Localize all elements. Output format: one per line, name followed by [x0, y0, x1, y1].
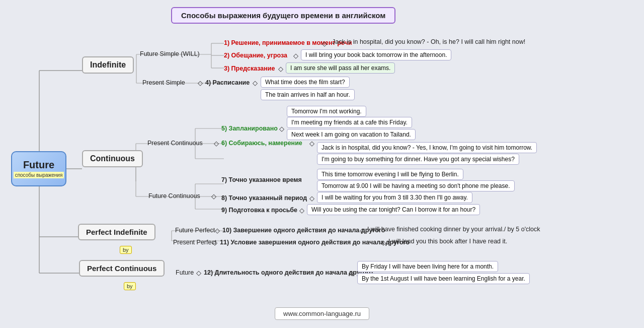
cat-perfect-indefinite: Perfect Indefinite	[78, 224, 155, 240]
point-7-label: 7) Точно указанное время	[221, 176, 302, 183]
example-8: I will be waiting for you from 3 till 3.…	[317, 192, 472, 203]
example-2: I will bring your book back tomorrow in …	[301, 49, 451, 60]
point-5-label: 5) Запланировано	[221, 125, 278, 132]
grammar-future-pc: Future	[176, 269, 194, 276]
website-url: www.common-language.ru	[275, 307, 369, 320]
example-6b: I'm going to buy something for dinner. H…	[317, 154, 519, 165]
point-6-label: 6) Собираюсь, намерение	[221, 140, 302, 147]
point-4-label: 4) Расписание	[205, 79, 250, 86]
example-7a: This time tomorrow evening I will be fly…	[317, 169, 463, 180]
grammar-future-perfect: Future Perfect	[175, 227, 215, 234]
example-3: I am sure she will pass all her exams.	[286, 62, 395, 74]
cat-indefinite: Indefinite	[82, 56, 134, 74]
grammar-future-continuous: Future Continuous	[148, 192, 200, 200]
grammar-present-perfect: Present Perfect	[173, 239, 216, 246]
page-title: Способы выражения будущего времени в анг…	[171, 7, 395, 24]
example-7b: Tomorrow at 9.00 I will be having a meet…	[317, 180, 515, 191]
example-9: Will you be using the car tonight? Can I…	[307, 204, 480, 215]
future-label: Future	[23, 159, 54, 171]
point-8-label: 8) Точно указанный период	[221, 194, 307, 202]
grammar-present-simple: Present Simple	[142, 79, 185, 86]
example-6a: Jack is in hospital, did you know? - Yes…	[317, 142, 537, 153]
point-2-label: 2) Обещание, угроза	[224, 52, 287, 59]
example-10: I will have finished cooking dinner by y…	[367, 226, 540, 233]
example-12a: By Friday I will have been living here f…	[357, 261, 498, 272]
point-3-label: 3) Предсказание	[224, 65, 275, 72]
by-badge-2: by	[124, 282, 136, 290]
example-4b: The train arrives in half an hour.	[261, 89, 355, 100]
grammar-future-simple: Future Simple (WILL)	[140, 50, 200, 57]
future-node: Future способы выражения	[11, 151, 66, 186]
point-9-label: 9) Подготовка к просьбе	[221, 207, 297, 214]
example-5b: I'm meeting my friends at a cafe this Fr…	[287, 117, 412, 128]
example-1: Jack is in hospital, did you know? - Oh,…	[332, 38, 525, 45]
future-sublabel: способы выражения	[14, 172, 64, 178]
example-12b: By the 1st August I will have been learn…	[357, 273, 530, 284]
cat-perfect-continuous: Perfect Continuous	[79, 260, 165, 277]
example-5c: Next week I am going on vacation to Tail…	[287, 129, 416, 140]
point-12-label: 12) Длительность одного действия до нача…	[204, 269, 373, 276]
by-badge-1: by	[120, 246, 132, 254]
example-5a: Tomorrow I'm not working.	[287, 106, 366, 117]
grammar-present-continuous: Present Continuous	[147, 140, 203, 147]
example-4a: What time does the film start?	[261, 77, 350, 88]
cat-continuous: Continuous	[82, 150, 143, 167]
example-11: I will lend you this book after I have r…	[388, 238, 507, 245]
